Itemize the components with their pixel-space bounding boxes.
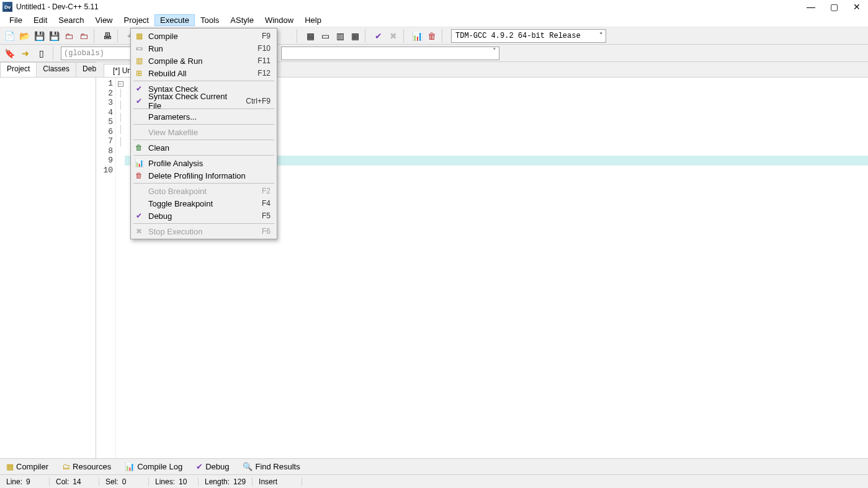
bottom-tab-debug[interactable]: ✔Debug: [192, 461, 233, 472]
menu-astyle[interactable]: AStyle: [225, 14, 259, 26]
maximize-button[interactable]: ▢: [830, 2, 838, 12]
scope-selector-value: (globals): [64, 49, 104, 58]
menu-item-label: Profile Analysis: [148, 159, 271, 168]
close-file-button[interactable]: 🗀: [62, 29, 76, 43]
menu-item-shortcut: F11: [257, 56, 271, 65]
close-all-button[interactable]: 🗀: [77, 29, 91, 43]
separator: [442, 29, 445, 43]
goto-button[interactable]: ➜: [19, 47, 32, 60]
menu-item-shortcut: F9: [262, 32, 271, 40]
rebuild-button[interactable]: ▦: [348, 29, 362, 43]
menu-window[interactable]: Window: [259, 14, 299, 26]
panel-button[interactable]: ▯: [35, 47, 48, 60]
menu-item-run[interactable]: ▭RunF10: [132, 42, 275, 55]
menu-item-toggle-breakpoint[interactable]: Toggle BreakpointF4: [132, 197, 275, 210]
stop-button[interactable]: ✖: [387, 29, 400, 43]
menu-item-compile-run[interactable]: ▥Compile & RunF11: [132, 55, 275, 67]
status-col-label: Col:: [56, 477, 69, 486]
menu-separator: [133, 140, 274, 140]
fold-toggle-icon[interactable]: −: [118, 81, 123, 87]
menu-edit[interactable]: Edit: [28, 14, 53, 26]
menu-view[interactable]: View: [90, 14, 119, 26]
menu-item-label: Run: [148, 44, 254, 53]
menu-item-shortcut: F2: [262, 187, 271, 195]
bottom-tab-label: Debug: [205, 462, 229, 471]
statusbar: Line:9 Col:14 Sel:0 Lines:10 Length:129 …: [0, 474, 868, 488]
close-button[interactable]: ✕: [853, 2, 861, 12]
fold-cell: [116, 137, 125, 149]
menu-item-syntax-check-current-file[interactable]: ✔Syntax Check Current FileCtrl+F9: [132, 95, 275, 107]
menu-execute[interactable]: Execute: [154, 14, 195, 26]
profile-button[interactable]: 📊: [410, 29, 424, 43]
menu-item-rebuild-all[interactable]: ⊞Rebuild AllF12: [132, 67, 275, 79]
menu-item-stop-execution: ✖Stop ExecutionF6: [132, 225, 275, 237]
find-icon: 🔍: [243, 462, 253, 471]
menu-separator: [133, 223, 274, 224]
line-number: 9: [96, 156, 113, 166]
new-file-button[interactable]: 📄: [2, 29, 16, 43]
status-col: Col:14: [50, 477, 99, 486]
status-line-value: 9: [26, 477, 30, 486]
run-icon: ▭: [133, 43, 145, 53]
status-lines-value: 10: [179, 477, 187, 486]
menu-item-parameters[interactable]: Parameters...: [132, 110, 275, 123]
compile-button[interactable]: ▦: [303, 29, 317, 43]
menu-item-clean[interactable]: 🗑Clean: [132, 141, 275, 154]
open-file-button[interactable]: 📂: [17, 29, 31, 43]
compiler-selector[interactable]: TDM-GCC 4.9.2 64-bit Release: [451, 29, 606, 43]
menu-item-view-makefile: View Makefile: [132, 126, 275, 138]
menu-file[interactable]: File: [4, 14, 28, 26]
menu-item-shortcut: F12: [257, 69, 271, 78]
compiler-icon: ▦: [6, 462, 14, 471]
compile-run-icon: ▥: [133, 56, 145, 66]
menu-item-label: Debug: [148, 211, 258, 221]
menu-item-label: Stop Execution: [148, 227, 258, 236]
left-panel-tabs: ProjectClassesDebug: [0, 62, 96, 77]
menu-item-delete-profiling-information[interactable]: 🗑Delete Profiling Information: [132, 169, 275, 182]
status-length: Length:129: [199, 477, 253, 486]
save-all-button[interactable]: 💾: [47, 29, 61, 43]
print-button[interactable]: 🖶: [101, 29, 114, 43]
fold-cell: [116, 125, 125, 137]
left-panel-body: [0, 77, 96, 458]
status-length-value: 129: [233, 477, 246, 486]
menu-tools[interactable]: Tools: [195, 14, 225, 26]
line-number: 10: [96, 166, 113, 175]
bottom-tab-resources[interactable]: 🗂Resources: [58, 461, 115, 472]
line-number: 3: [96, 98, 113, 108]
menu-item-label: Goto Breakpoint: [148, 187, 258, 196]
debug-button[interactable]: ✔: [372, 29, 385, 43]
menu-item-shortcut: F10: [257, 44, 271, 53]
menu-search[interactable]: Search: [53, 14, 89, 26]
fold-cell: [116, 113, 125, 125]
separator: [117, 29, 121, 43]
status-mode-value: Insert: [259, 477, 277, 486]
bookmark-button[interactable]: 🔖: [2, 47, 16, 60]
left-tab-classes[interactable]: Classes: [36, 62, 76, 77]
bottom-tab-find-results[interactable]: 🔍Find Results: [239, 461, 303, 472]
save-button[interactable]: 💾: [32, 29, 46, 43]
stop-icon: ✖: [133, 226, 145, 236]
compile-icon: ▦: [133, 31, 145, 41]
minimize-button[interactable]: —: [807, 2, 815, 12]
debug-check-icon: ✔: [133, 211, 145, 221]
menubar: FileEditSearchViewProjectExecuteToolsASt…: [0, 14, 868, 27]
menu-item-profile-analysis[interactable]: 📊Profile Analysis: [132, 157, 275, 169]
bottom-tab-compiler[interactable]: ▦Compiler: [2, 461, 52, 472]
compile-run-button[interactable]: ▥: [333, 29, 347, 43]
titlebar: Dv Untitled1 - Dev-C++ 5.11 — ▢ ✕: [0, 0, 868, 14]
menu-item-goto-breakpoint: Goto BreakpointF2: [132, 185, 275, 197]
menu-item-compile[interactable]: ▦CompileF9: [132, 30, 275, 42]
member-selector[interactable]: [281, 47, 499, 60]
bottom-tab-label: Compile Log: [137, 462, 182, 471]
menu-project[interactable]: Project: [119, 14, 154, 26]
menu-item-debug[interactable]: ✔DebugF5: [132, 210, 275, 222]
menu-help[interactable]: Help: [299, 14, 327, 26]
delete-profile-button[interactable]: 🗑: [425, 29, 439, 43]
window-controls: — ▢ ✕: [807, 2, 866, 12]
status-mode: Insert: [253, 477, 302, 486]
left-tab-project[interactable]: Project: [0, 62, 37, 77]
bottom-tab-compile-log[interactable]: 📊Compile Log: [121, 461, 186, 472]
menu-item-label: Rebuild All: [148, 69, 254, 78]
run-button[interactable]: ▭: [318, 29, 332, 43]
